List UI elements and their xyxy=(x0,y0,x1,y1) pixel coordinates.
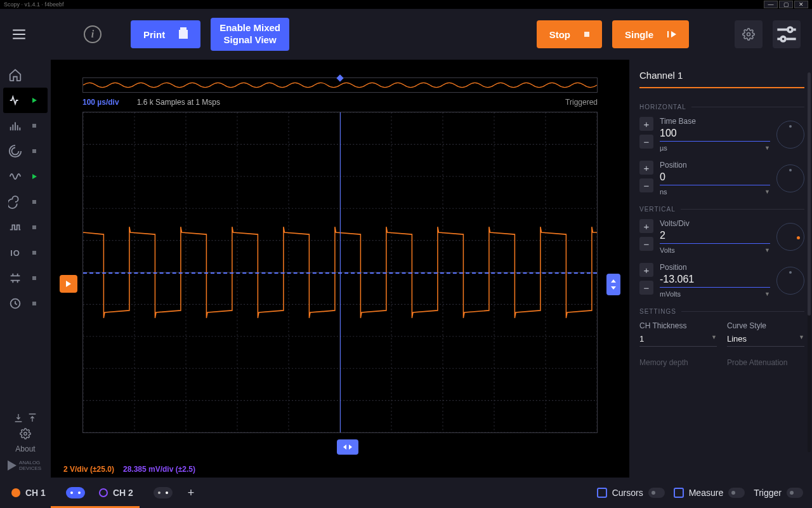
sidebar-item-home[interactable] xyxy=(3,62,48,88)
print-button[interactable]: Print xyxy=(131,20,200,48)
ch2-color-dot xyxy=(99,488,108,497)
trigger-status: Triggered xyxy=(565,98,598,107)
ch2-toggle[interactable] xyxy=(154,487,173,498)
svg-rect-4 xyxy=(12,124,13,130)
overview-strip[interactable] xyxy=(82,77,598,93)
cursors-settings-toggle[interactable] xyxy=(648,488,665,498)
single-button[interactable]: Single xyxy=(612,20,689,48)
print-button-label: Print xyxy=(143,29,165,40)
ch1-toggle[interactable] xyxy=(66,487,85,498)
window-title: Scopy · v1.4.1 · f4beebf xyxy=(4,1,64,8)
sidebar-item-logic[interactable] xyxy=(3,189,48,215)
svg-rect-3 xyxy=(10,127,11,131)
ch1-color-dot xyxy=(11,488,20,497)
stop-button[interactable]: Stop xyxy=(537,20,602,48)
sidebar-item-network[interactable] xyxy=(3,138,48,164)
vposition-value-input[interactable]: -13.061 xyxy=(660,273,770,288)
sliders-icon xyxy=(773,20,801,48)
hposition-minus-button[interactable]: − xyxy=(639,178,653,192)
pattern-generator-icon xyxy=(8,220,22,234)
play-indicator-icon xyxy=(32,98,37,103)
home-icon xyxy=(8,68,22,82)
channel1-offset-handle[interactable] xyxy=(60,275,77,293)
level-cursor[interactable] xyxy=(83,272,597,274)
panel-toggle-button[interactable] xyxy=(773,20,801,48)
plot-header: 100 µs/div 1.6 k Samples at 1 Msps Trigg… xyxy=(82,98,598,107)
sidebar-item-power[interactable] xyxy=(3,291,48,316)
ch1-scale-label: 2 V/div (±25.0) xyxy=(63,465,114,474)
sidebar-save-load[interactable] xyxy=(13,413,37,423)
svg-point-0 xyxy=(747,33,750,36)
vposition-plus-button[interactable]: + xyxy=(639,263,653,277)
voltmeter-icon xyxy=(8,271,22,285)
trigger-settings-toggle[interactable] xyxy=(787,488,803,498)
voltsdiv-unit-select[interactable]: Volts▼ xyxy=(660,246,770,254)
sidebar-item-pattern[interactable] xyxy=(3,215,48,240)
measure-settings-toggle[interactable] xyxy=(728,488,745,498)
panel-scrollbar[interactable] xyxy=(808,72,811,452)
stop-indicator-icon xyxy=(32,124,36,128)
svg-rect-6 xyxy=(17,125,18,130)
window-maximize-button[interactable]: ▢ xyxy=(779,1,793,8)
vposition-knob[interactable] xyxy=(776,267,804,295)
stop-button-label: Stop xyxy=(549,29,570,40)
trigger-button[interactable]: Trigger xyxy=(754,488,803,498)
info-icon[interactable]: i xyxy=(84,25,102,43)
timebase-unit-select[interactable]: µs▼ xyxy=(660,144,770,152)
timebase-value-input[interactable]: 100 xyxy=(660,127,770,142)
power-supply-icon xyxy=(8,297,22,311)
svg-rect-7 xyxy=(19,128,20,131)
tool-sidebar: IO About ANALOG DEVICES xyxy=(0,60,51,478)
oscilloscope-icon xyxy=(8,93,22,107)
sidebar-item-siggen[interactable] xyxy=(3,164,48,189)
timebase-control: +− Time Base 100 µs▼ xyxy=(639,117,804,152)
enable-mixed-signal-button[interactable]: Enable Mixed Signal View xyxy=(211,18,289,51)
voltsdiv-plus-button[interactable]: + xyxy=(639,219,653,233)
printer-icon xyxy=(179,30,188,39)
voltsdiv-knob[interactable] xyxy=(776,223,804,251)
channel-scale-labels: 2 V/div (±25.0) 28.385 mV/div (±2.5) xyxy=(63,465,195,474)
sidebar-item-spectrum[interactable] xyxy=(3,113,48,138)
download-icon xyxy=(13,413,23,423)
cursors-toggle[interactable]: Cursors xyxy=(597,488,665,498)
add-channel-button[interactable]: + xyxy=(188,486,195,500)
hposition-unit-select[interactable]: ns▼ xyxy=(660,188,770,196)
vposition-unit-select[interactable]: mVolts▼ xyxy=(660,290,770,298)
channel-settings-panel: Channel 1 HORIZONTAL +− Time Base 100 µs… xyxy=(629,60,812,478)
svg-rect-5 xyxy=(15,123,16,131)
settings-button[interactable] xyxy=(735,20,763,48)
analog-devices-logo: ANALOG DEVICES xyxy=(5,458,46,472)
top-toolbar: i Print Enable Mixed Signal View Stop Si… xyxy=(0,9,812,60)
timebase-label: 100 µs/div xyxy=(82,98,119,107)
sidebar-item-io[interactable]: IO xyxy=(3,240,48,265)
timebase-plus-button[interactable]: + xyxy=(639,117,653,131)
window-close-button[interactable]: ✕ xyxy=(794,1,808,8)
gear-icon xyxy=(20,428,31,439)
hposition-plus-button[interactable]: + xyxy=(639,161,653,175)
sidebar-about[interactable]: About xyxy=(15,444,35,453)
sidebar-item-oscilloscope[interactable] xyxy=(3,88,48,113)
timebase-minus-button[interactable]: − xyxy=(639,135,653,149)
sidebar-preferences[interactable] xyxy=(20,428,31,439)
sidebar-item-voltmeter[interactable] xyxy=(3,265,48,291)
vertical-cursor-handle[interactable] xyxy=(606,274,620,295)
channel2-selector[interactable]: CH 2 xyxy=(96,486,175,500)
plot-area: 100 µs/div 1.6 k Samples at 1 Msps Trigg… xyxy=(51,60,629,478)
channel1-selector[interactable]: CH 1 xyxy=(9,486,88,500)
spectrum-icon xyxy=(8,119,22,133)
voltsdiv-minus-button[interactable]: − xyxy=(639,237,653,251)
menu-button[interactable] xyxy=(0,9,38,60)
play-indicator-icon xyxy=(32,174,37,179)
hposition-value-input[interactable]: 0 xyxy=(660,171,770,185)
thickness-select[interactable]: 1▼ xyxy=(639,334,717,347)
window-minimize-button[interactable]: — xyxy=(764,1,778,8)
vposition-minus-button[interactable]: − xyxy=(639,281,653,295)
sample-info: 1.6 k Samples at 1 Msps xyxy=(137,98,220,107)
timebase-knob[interactable] xyxy=(776,121,804,149)
horizontal-cursor-handle[interactable] xyxy=(337,439,358,455)
measure-toggle[interactable]: Measure xyxy=(674,488,745,498)
voltsdiv-value-input[interactable]: 2 xyxy=(660,229,770,244)
curve-style-select[interactable]: Lines▼ xyxy=(727,334,804,347)
hposition-knob[interactable] xyxy=(776,164,804,192)
oscilloscope-plot[interactable] xyxy=(82,112,598,433)
